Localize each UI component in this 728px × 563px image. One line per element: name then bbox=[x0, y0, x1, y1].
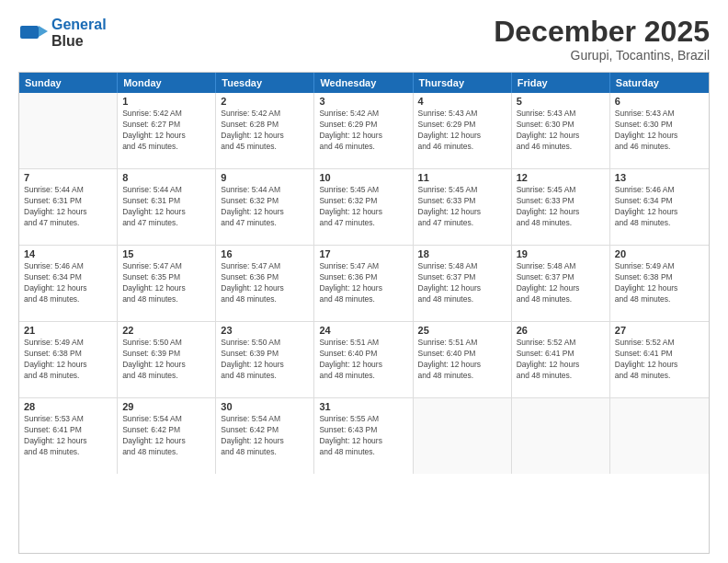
cell-info: Sunrise: 5:54 AM Sunset: 6:42 PM Dayligh… bbox=[221, 414, 309, 458]
cell-date: 7 bbox=[24, 172, 112, 183]
cal-cell: 17Sunrise: 5:47 AM Sunset: 6:36 PM Dayli… bbox=[314, 246, 413, 321]
cell-info: Sunrise: 5:42 AM Sunset: 6:29 PM Dayligh… bbox=[319, 109, 407, 153]
cell-info: Sunrise: 5:47 AM Sunset: 6:36 PM Dayligh… bbox=[319, 261, 407, 305]
cell-info: Sunrise: 5:44 AM Sunset: 6:32 PM Dayligh… bbox=[221, 185, 309, 229]
cell-info: Sunrise: 5:50 AM Sunset: 6:39 PM Dayligh… bbox=[122, 338, 210, 382]
title-block: December 2025 Gurupi, Tocantins, Brazil bbox=[494, 17, 710, 63]
calendar-row-1: 1Sunrise: 5:42 AM Sunset: 6:27 PM Daylig… bbox=[19, 93, 709, 169]
cal-cell: 9Sunrise: 5:44 AM Sunset: 6:32 PM Daylig… bbox=[216, 169, 314, 245]
cal-cell: 24Sunrise: 5:51 AM Sunset: 6:40 PM Dayli… bbox=[314, 322, 413, 397]
cell-date: 28 bbox=[24, 401, 112, 412]
calendar-body: 1Sunrise: 5:42 AM Sunset: 6:27 PM Daylig… bbox=[19, 93, 709, 474]
cal-cell: 20Sunrise: 5:49 AM Sunset: 6:38 PM Dayli… bbox=[610, 246, 709, 321]
cell-date: 27 bbox=[615, 325, 704, 336]
cell-info: Sunrise: 5:45 AM Sunset: 6:33 PM Dayligh… bbox=[418, 185, 506, 229]
cell-info: Sunrise: 5:46 AM Sunset: 6:34 PM Dayligh… bbox=[615, 185, 704, 229]
location: Gurupi, Tocantins, Brazil bbox=[494, 48, 710, 63]
cell-info: Sunrise: 5:55 AM Sunset: 6:43 PM Dayligh… bbox=[319, 414, 407, 458]
cell-date: 31 bbox=[319, 401, 407, 412]
month-title: December 2025 bbox=[494, 17, 710, 46]
cell-date: 29 bbox=[122, 401, 210, 412]
cal-cell: 14Sunrise: 5:46 AM Sunset: 6:34 PM Dayli… bbox=[19, 246, 118, 321]
cell-info: Sunrise: 5:47 AM Sunset: 6:35 PM Dayligh… bbox=[122, 261, 210, 305]
cell-date: 8 bbox=[122, 172, 210, 183]
weekday-header-friday: Friday bbox=[512, 73, 610, 93]
cal-cell: 7Sunrise: 5:44 AM Sunset: 6:31 PM Daylig… bbox=[19, 169, 118, 245]
svg-rect-0 bbox=[20, 26, 39, 39]
cell-info: Sunrise: 5:51 AM Sunset: 6:40 PM Dayligh… bbox=[319, 338, 407, 382]
cal-cell: 15Sunrise: 5:47 AM Sunset: 6:35 PM Dayli… bbox=[118, 246, 216, 321]
cell-info: Sunrise: 5:49 AM Sunset: 6:38 PM Dayligh… bbox=[24, 338, 112, 382]
cell-date: 2 bbox=[221, 96, 309, 107]
cell-info: Sunrise: 5:52 AM Sunset: 6:41 PM Dayligh… bbox=[615, 338, 704, 382]
cal-cell: 11Sunrise: 5:45 AM Sunset: 6:33 PM Dayli… bbox=[414, 169, 512, 245]
cell-info: Sunrise: 5:51 AM Sunset: 6:40 PM Dayligh… bbox=[418, 338, 506, 382]
cell-date: 1 bbox=[122, 96, 210, 107]
cal-cell: 30Sunrise: 5:54 AM Sunset: 6:42 PM Dayli… bbox=[216, 398, 314, 474]
calendar-row-3: 14Sunrise: 5:46 AM Sunset: 6:34 PM Dayli… bbox=[19, 246, 709, 322]
cell-date: 18 bbox=[418, 248, 506, 259]
cell-date: 25 bbox=[418, 325, 506, 336]
weekday-header-monday: Monday bbox=[118, 73, 216, 93]
cell-date: 30 bbox=[221, 401, 309, 412]
cal-cell: 2Sunrise: 5:42 AM Sunset: 6:28 PM Daylig… bbox=[216, 93, 314, 168]
cal-cell: 27Sunrise: 5:52 AM Sunset: 6:41 PM Dayli… bbox=[610, 322, 709, 397]
cell-info: Sunrise: 5:42 AM Sunset: 6:28 PM Dayligh… bbox=[221, 109, 309, 153]
calendar-row-4: 21Sunrise: 5:49 AM Sunset: 6:38 PM Dayli… bbox=[19, 322, 709, 398]
cell-date: 3 bbox=[319, 96, 407, 107]
cal-cell: 28Sunrise: 5:53 AM Sunset: 6:41 PM Dayli… bbox=[19, 398, 118, 474]
cal-cell: 12Sunrise: 5:45 AM Sunset: 6:33 PM Dayli… bbox=[512, 169, 610, 245]
calendar: SundayMondayTuesdayWednesdayThursdayFrid… bbox=[18, 72, 710, 554]
cell-date: 17 bbox=[319, 248, 407, 259]
cell-date: 10 bbox=[319, 172, 407, 183]
page: General Blue December 2025 Gurupi, Tocan… bbox=[0, 0, 728, 563]
svg-marker-1 bbox=[39, 26, 48, 37]
cell-date: 15 bbox=[122, 248, 210, 259]
cell-info: Sunrise: 5:44 AM Sunset: 6:31 PM Dayligh… bbox=[24, 185, 112, 229]
cell-date: 24 bbox=[319, 325, 407, 336]
cell-info: Sunrise: 5:49 AM Sunset: 6:38 PM Dayligh… bbox=[615, 261, 704, 305]
cal-cell: 6Sunrise: 5:43 AM Sunset: 6:30 PM Daylig… bbox=[610, 93, 709, 168]
logo-text: General Blue bbox=[51, 17, 107, 49]
cell-info: Sunrise: 5:47 AM Sunset: 6:36 PM Dayligh… bbox=[221, 261, 309, 305]
cal-cell bbox=[19, 93, 118, 168]
logo-icon bbox=[18, 18, 48, 48]
cell-date: 16 bbox=[221, 248, 309, 259]
cal-cell: 19Sunrise: 5:48 AM Sunset: 6:37 PM Dayli… bbox=[512, 246, 610, 321]
cell-date: 14 bbox=[24, 248, 112, 259]
cell-date: 20 bbox=[615, 248, 704, 259]
calendar-row-5: 28Sunrise: 5:53 AM Sunset: 6:41 PM Dayli… bbox=[19, 398, 709, 474]
cell-date: 5 bbox=[517, 96, 605, 107]
cal-cell: 18Sunrise: 5:48 AM Sunset: 6:37 PM Dayli… bbox=[414, 246, 512, 321]
cell-date: 12 bbox=[517, 172, 605, 183]
cal-cell: 13Sunrise: 5:46 AM Sunset: 6:34 PM Dayli… bbox=[610, 169, 709, 245]
cell-date: 6 bbox=[615, 96, 704, 107]
cell-date: 9 bbox=[221, 172, 309, 183]
weekday-header-wednesday: Wednesday bbox=[314, 73, 413, 93]
cell-info: Sunrise: 5:46 AM Sunset: 6:34 PM Dayligh… bbox=[24, 261, 112, 305]
cell-date: 19 bbox=[517, 248, 605, 259]
cell-info: Sunrise: 5:45 AM Sunset: 6:33 PM Dayligh… bbox=[517, 185, 605, 229]
cell-info: Sunrise: 5:54 AM Sunset: 6:42 PM Dayligh… bbox=[122, 414, 210, 458]
cell-date: 23 bbox=[221, 325, 309, 336]
cal-cell bbox=[512, 398, 610, 474]
cal-cell: 8Sunrise: 5:44 AM Sunset: 6:31 PM Daylig… bbox=[118, 169, 216, 245]
cell-info: Sunrise: 5:53 AM Sunset: 6:41 PM Dayligh… bbox=[24, 414, 112, 458]
weekday-header-sunday: Sunday bbox=[19, 73, 118, 93]
cal-cell: 16Sunrise: 5:47 AM Sunset: 6:36 PM Dayli… bbox=[216, 246, 314, 321]
cal-cell: 4Sunrise: 5:43 AM Sunset: 6:29 PM Daylig… bbox=[414, 93, 512, 168]
cell-info: Sunrise: 5:42 AM Sunset: 6:27 PM Dayligh… bbox=[122, 109, 210, 153]
weekday-header-saturday: Saturday bbox=[610, 73, 709, 93]
header: General Blue December 2025 Gurupi, Tocan… bbox=[18, 17, 710, 63]
weekday-header-tuesday: Tuesday bbox=[216, 73, 314, 93]
cell-date: 11 bbox=[418, 172, 506, 183]
cell-info: Sunrise: 5:48 AM Sunset: 6:37 PM Dayligh… bbox=[418, 261, 506, 305]
cal-cell: 1Sunrise: 5:42 AM Sunset: 6:27 PM Daylig… bbox=[118, 93, 216, 168]
cal-cell: 5Sunrise: 5:43 AM Sunset: 6:30 PM Daylig… bbox=[512, 93, 610, 168]
cal-cell: 10Sunrise: 5:45 AM Sunset: 6:32 PM Dayli… bbox=[314, 169, 413, 245]
cal-cell: 29Sunrise: 5:54 AM Sunset: 6:42 PM Dayli… bbox=[118, 398, 216, 474]
cell-info: Sunrise: 5:44 AM Sunset: 6:31 PM Dayligh… bbox=[122, 185, 210, 229]
weekday-header-thursday: Thursday bbox=[414, 73, 512, 93]
cell-date: 26 bbox=[517, 325, 605, 336]
cell-info: Sunrise: 5:48 AM Sunset: 6:37 PM Dayligh… bbox=[517, 261, 605, 305]
